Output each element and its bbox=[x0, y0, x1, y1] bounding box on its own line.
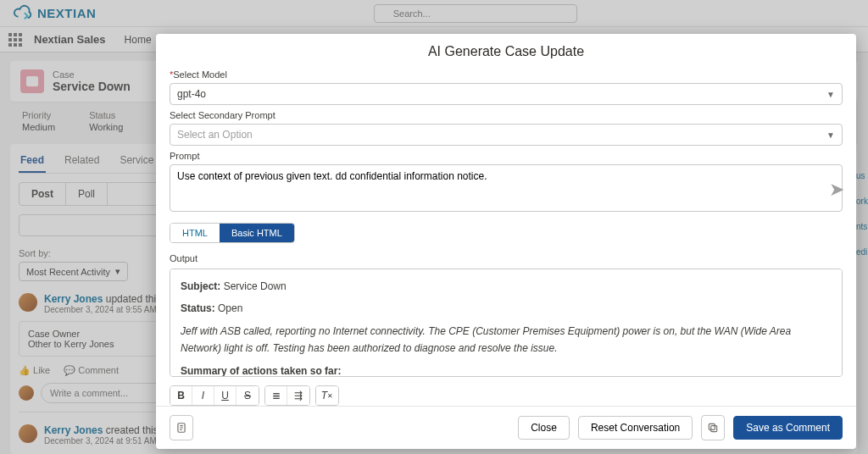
save-as-comment-button[interactable]: Save as Comment bbox=[733, 416, 843, 440]
svg-rect-3 bbox=[709, 424, 715, 429]
number-list-button[interactable]: ⇶ bbox=[287, 386, 309, 405]
prompt-textarea[interactable] bbox=[170, 164, 843, 212]
model-select[interactable]: gpt-4o ▼ bbox=[170, 83, 843, 105]
close-button[interactable]: Close bbox=[518, 416, 570, 440]
bold-button[interactable]: B bbox=[170, 386, 192, 405]
bullet-list-button[interactable]: ≣ bbox=[265, 386, 287, 405]
model-label: *Select Model bbox=[170, 69, 843, 80]
modal-footer: Close Reset Conversation Save as Comment bbox=[156, 406, 856, 449]
view-html-tab[interactable]: HTML bbox=[170, 224, 220, 242]
secondary-value: Select an Option bbox=[177, 129, 253, 141]
secondary-select[interactable]: Select an Option ▼ bbox=[170, 124, 843, 146]
output-view-tabs: HTML Basic HTML bbox=[170, 223, 295, 243]
output-editor[interactable]: Subject: Service Down Status: Open Jeff … bbox=[170, 269, 843, 377]
copy-icon bbox=[707, 422, 719, 434]
out-summary-heading: Summary of actions taken so far: bbox=[181, 363, 832, 377]
model-value: gpt-4o bbox=[177, 88, 206, 100]
copy-button[interactable] bbox=[701, 415, 725, 440]
out-subject-value: Service Down bbox=[220, 280, 286, 292]
out-subject-label: Subject: bbox=[181, 280, 220, 292]
out-status-value: Open bbox=[215, 302, 243, 314]
output-label: Output bbox=[170, 253, 843, 263]
italic-button[interactable]: I bbox=[192, 386, 214, 405]
secondary-label: Select Secondary Prompt bbox=[170, 110, 843, 120]
strike-button[interactable]: S bbox=[236, 386, 259, 405]
chevron-down-icon: ▼ bbox=[826, 130, 835, 140]
ai-generate-modal: AI Generate Case Update *Select Model gp… bbox=[156, 34, 856, 449]
reset-button[interactable]: Reset Conversation bbox=[578, 416, 693, 440]
chevron-down-icon: ▼ bbox=[826, 90, 835, 99]
clear-format-button[interactable]: T✕ bbox=[316, 386, 338, 405]
out-status-label: Status: bbox=[181, 302, 215, 314]
document-icon bbox=[175, 422, 187, 434]
out-narrative: Jeff with ASB called, reporting no Inter… bbox=[181, 323, 832, 357]
underline-button[interactable]: U bbox=[214, 386, 236, 405]
history-button[interactable] bbox=[170, 415, 193, 440]
send-icon[interactable]: ➤ bbox=[829, 179, 844, 201]
view-basic-html-tab[interactable]: Basic HTML bbox=[220, 224, 294, 242]
rte-toolbar: B I U S ≣ ⇶ T✕ bbox=[170, 385, 843, 406]
svg-rect-2 bbox=[711, 426, 717, 432]
modal-title: AI Generate Case Update bbox=[156, 34, 856, 68]
prompt-label: Prompt bbox=[170, 151, 843, 161]
